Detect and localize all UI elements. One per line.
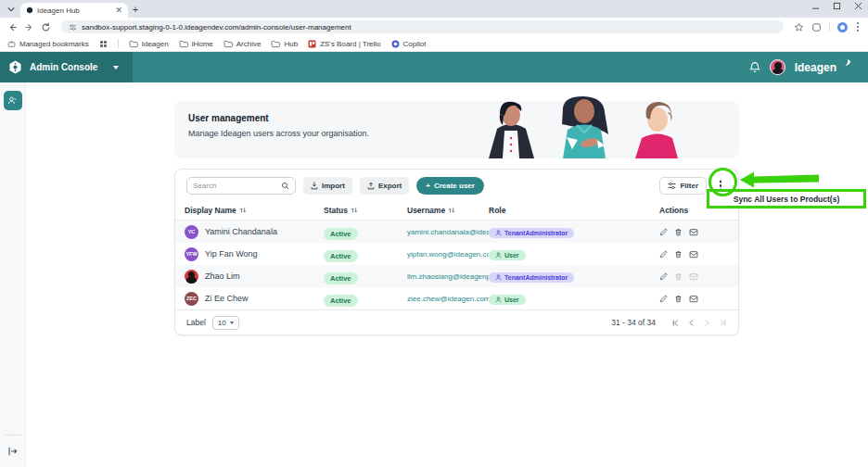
profile-avatar[interactable] (837, 22, 848, 32)
chevron-down-icon (7, 6, 15, 13)
window-controls (811, 2, 862, 10)
tab-search-button[interactable] (4, 2, 19, 17)
username-link[interactable]: lim.zhaosiang@ideagenpl... (407, 272, 489, 281)
pagination-controls (671, 319, 727, 327)
import-button[interactable]: Import (303, 177, 352, 195)
extensions-icon[interactable] (811, 22, 822, 32)
edit-icon[interactable] (659, 250, 668, 259)
table-row[interactable]: YFW Yip Fan Wong Active yipfan.wong@idea… (175, 243, 738, 265)
bookmark-folder-hub[interactable]: Hub (271, 40, 298, 48)
minimize-icon[interactable] (811, 2, 820, 10)
folder-icon (179, 40, 188, 48)
username-link[interactable]: ziee.chew@ideagen.com (407, 295, 489, 303)
url-bar[interactable]: sandbox-support.staging-0-1-0.ideagendev… (61, 20, 784, 33)
maximize-icon[interactable] (833, 2, 841, 10)
bookmark-label: ZS's Board | Trello (320, 40, 380, 48)
table-footer: Label 10 31 - 34 of 34 (175, 309, 738, 334)
table-row[interactable]: YC Yamini Chandanala Active yamini.chand… (175, 221, 738, 243)
content-column: User management Manage Ideagen users acr… (174, 101, 739, 335)
sidebar-divider (5, 435, 21, 435)
delete-icon[interactable] (674, 272, 683, 281)
avatar: YFW (185, 247, 198, 261)
chevron-down-icon (230, 322, 234, 324)
username-link[interactable]: yipfan.wong@ideagen.com (407, 250, 489, 259)
export-button[interactable]: Export (360, 177, 409, 195)
annotation-arrow-icon (739, 170, 821, 189)
user-avatar[interactable] (770, 59, 785, 75)
email-icon[interactable] (689, 295, 698, 303)
users-icon (7, 95, 18, 106)
avatar-photo (185, 270, 198, 284)
people-illustration (453, 95, 685, 158)
column-header-status[interactable]: Status (324, 206, 407, 215)
last-page-button[interactable] (719, 319, 727, 327)
app-switcher[interactable]: Admin Console (0, 52, 133, 82)
folder-icon (271, 40, 280, 48)
back-button[interactable] (7, 22, 18, 32)
sort-icon[interactable] (351, 207, 358, 214)
bookmark-star-icon[interactable] (794, 22, 804, 32)
tab-close-icon[interactable]: ✕ (115, 6, 122, 15)
edit-icon[interactable] (659, 272, 668, 281)
email-icon[interactable] (689, 250, 698, 259)
table-row[interactable]: ZL Zhao Lim Active lim.zhaosiang@ideagen… (175, 265, 738, 287)
new-tab-button[interactable]: + (128, 2, 143, 17)
copilot-icon (391, 40, 400, 48)
sidebar-item-user-management[interactable] (4, 91, 22, 110)
column-header-username[interactable]: Username (407, 206, 489, 215)
delete-icon[interactable] (674, 250, 683, 259)
forward-button[interactable] (24, 22, 34, 32)
status-cell: Active (324, 223, 407, 240)
browser-tab[interactable]: Ideagen Hub ✕ (20, 3, 128, 18)
site-settings-icon[interactable] (69, 23, 77, 32)
avatar-initials: YFW (185, 251, 197, 257)
toolbar-separator (829, 22, 830, 32)
main-area: User management Manage Ideagen users acr… (26, 82, 868, 467)
email-icon[interactable] (689, 272, 698, 281)
notifications-bell-icon[interactable] (749, 61, 760, 73)
username-link[interactable]: yamini.chandanala@idea... (407, 228, 489, 236)
filter-sliders-icon (668, 182, 676, 190)
table-row[interactable]: ZEC Zi Ee Chew Active ziee.chew@ideagen.… (175, 287, 738, 309)
search-icon (281, 182, 289, 190)
browser-menu-icon[interactable] (857, 26, 859, 28)
browser-tab-strip: Ideagen Hub ✕ + (0, 0, 868, 18)
page-size-select[interactable]: 10 (212, 316, 239, 330)
edit-icon[interactable] (659, 295, 668, 303)
search-box[interactable] (186, 177, 296, 195)
bookmark-managed[interactable]: Managed bookmarks (7, 40, 89, 48)
expand-sidebar-icon[interactable] (7, 447, 18, 456)
next-page-button[interactable] (703, 319, 711, 327)
table-toolbar: Import Export + Create user (175, 170, 738, 200)
role-label: TenantAdministrator (504, 274, 568, 281)
briefcase-icon (7, 40, 16, 48)
sort-icon[interactable] (448, 207, 455, 214)
delete-icon[interactable] (674, 228, 683, 236)
create-user-button[interactable]: + Create user (416, 177, 484, 195)
first-page-button[interactable] (671, 319, 680, 327)
filter-button[interactable]: Filter (659, 177, 707, 195)
export-label: Export (378, 182, 402, 190)
chevron-down-icon (113, 66, 119, 69)
bookmark-folder-ideagen[interactable]: Ideagen (129, 40, 169, 48)
reload-button[interactable] (41, 22, 51, 32)
actions-cell (659, 250, 729, 259)
favicon-icon (26, 6, 33, 14)
search-input[interactable] (193, 182, 277, 190)
bookmark-copilot[interactable]: Copilot (391, 40, 427, 48)
avatar: YC (185, 225, 198, 239)
role-badge: TenantAdministrator (489, 228, 574, 238)
edit-icon[interactable] (659, 228, 668, 236)
prev-page-button[interactable] (687, 319, 696, 327)
close-icon[interactable] (854, 2, 862, 10)
sort-icon[interactable] (239, 207, 247, 214)
email-icon[interactable] (689, 228, 698, 236)
bookmark-trello[interactable]: ZS's Board | Trello (308, 40, 380, 48)
bookmark-folder-archive[interactable]: Archive (223, 40, 262, 48)
bookmark-folder-ihome[interactable]: iHome (179, 40, 213, 48)
page-banner: User management Manage Ideagen users acr… (174, 101, 739, 158)
delete-icon[interactable] (674, 295, 683, 303)
apps-grid-icon[interactable] (99, 40, 108, 48)
bookmark-label: Archive (236, 40, 262, 48)
column-header-display-name[interactable]: Display Name (185, 206, 324, 215)
